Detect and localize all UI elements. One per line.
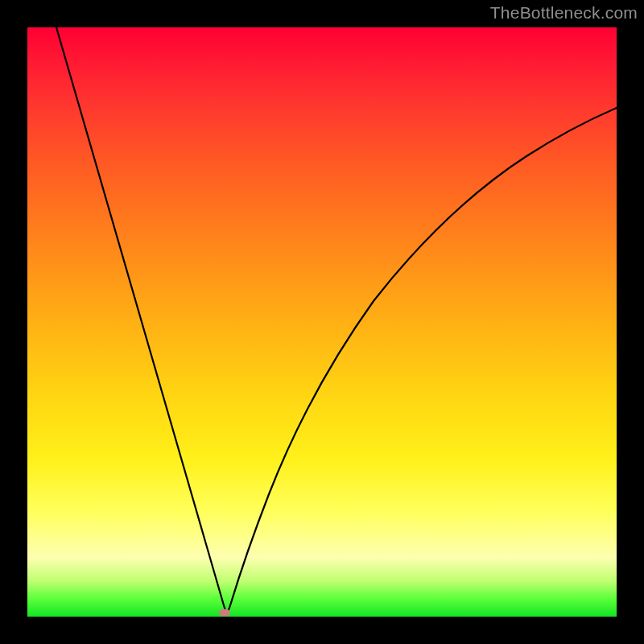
watermark-text: TheBottleneck.com: [490, 3, 638, 23]
min-point-marker: [219, 609, 230, 617]
bottleneck-curve-path: [56, 27, 617, 611]
chart-frame: TheBottleneck.com: [0, 0, 644, 644]
curve-layer: [27, 27, 617, 617]
plot-area: [27, 27, 617, 617]
